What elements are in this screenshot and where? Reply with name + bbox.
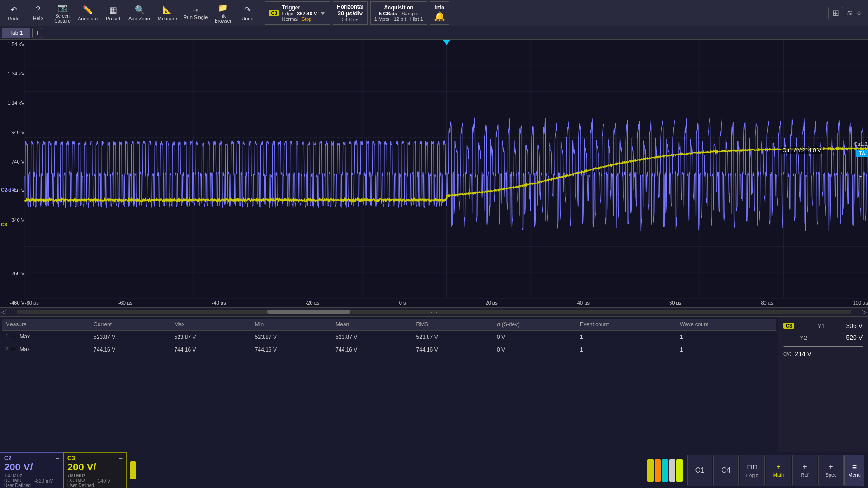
undo-icon: ↷ bbox=[244, 5, 251, 15]
swatch-gray bbox=[669, 459, 675, 482]
math-plus-icon: + bbox=[776, 463, 780, 471]
color-swatches bbox=[130, 452, 136, 488]
divider bbox=[262, 4, 262, 22]
scroll-thumb[interactable] bbox=[267, 310, 351, 314]
acquisition-section[interactable]: Acquisition 5 GSa/s Sample 1 Mpts 12 bit… bbox=[370, 1, 427, 25]
help-button[interactable]: ? Help bbox=[26, 1, 50, 25]
spec-plus-icon: + bbox=[829, 463, 833, 471]
horizontal-section[interactable]: Horizontal 20 µs/div 34.8 ns bbox=[333, 1, 368, 25]
math-button[interactable]: + Math bbox=[766, 455, 791, 486]
redo-button[interactable]: ↶ Redo bbox=[2, 1, 25, 25]
c4-icon: C4 bbox=[722, 466, 731, 474]
cu1-2-label: Cu1.2 bbox=[854, 141, 867, 147]
c2-minimize-button[interactable]: − bbox=[56, 455, 59, 462]
col-wave-count: Wave count bbox=[676, 319, 776, 331]
table-row: 1 C3 Max 523.87 V 523.87 V 523.87 V 523.… bbox=[2, 331, 776, 343]
c2-probe: User-Defined bbox=[4, 483, 31, 488]
preset-icon: ▦ bbox=[109, 5, 117, 15]
waveform-display[interactable]: 1.54 kV 1.34 kV 1.14 kV 940 V 740 V 540 … bbox=[0, 40, 868, 307]
brand-icon: ⟐ bbox=[856, 8, 862, 18]
c1-icon: C1 bbox=[695, 466, 704, 474]
c2-channel-box[interactable]: · · · · − C2 200 V/ 100 MHz DC 1MΩ User-… bbox=[0, 452, 63, 488]
ref-plus-icon: + bbox=[802, 463, 807, 471]
run-single-icon: ⇥ bbox=[193, 6, 198, 14]
c3-volts: 200 V/ bbox=[67, 461, 123, 473]
col-current: Current bbox=[90, 319, 170, 331]
table-header-row: Measure Current Max Min Mean RMS σ (S-de… bbox=[2, 319, 776, 331]
tab-1[interactable]: Tab 1 bbox=[2, 28, 30, 38]
logic-icon: ⊓⊓ bbox=[747, 463, 758, 471]
c2-freq: 100 MHz bbox=[4, 473, 31, 478]
trigger-title: Trigger bbox=[282, 5, 317, 11]
col-min: Min bbox=[251, 319, 332, 331]
c3-channel-label: C3 bbox=[1, 222, 7, 227]
c3-coupling: DC 1MΩ bbox=[67, 478, 94, 483]
ta-badge: TA bbox=[856, 150, 868, 157]
file-browser-button[interactable]: 📁 FileBrowser bbox=[211, 1, 235, 25]
measurement-area: Measure Current Max Min Mean RMS σ (S-de… bbox=[0, 316, 868, 452]
trigger-dropdown-icon[interactable]: ▼ bbox=[320, 9, 326, 17]
oscilloscope-container: Tab 1 + 1.54 kV 1.34 kV 1.14 kV 940 V 74… bbox=[0, 26, 868, 488]
trigger-channel-badge: C3 bbox=[269, 10, 279, 16]
c2-channel-label: C2◁ V bbox=[1, 187, 15, 192]
help-icon: ? bbox=[36, 5, 40, 14]
scroll-dots: · · · · · bbox=[428, 310, 439, 315]
annotate-button[interactable]: ✏️ Annotate bbox=[75, 1, 100, 25]
col-sdev: σ (S-dev) bbox=[493, 319, 576, 331]
camera-icon: 📷 bbox=[57, 3, 67, 13]
waveform-settings-icon[interactable]: ≋ bbox=[847, 9, 853, 17]
measure-icon: 📐 bbox=[162, 5, 172, 15]
c3-minimize-button[interactable]: − bbox=[119, 455, 123, 462]
c1-button[interactable]: C1 bbox=[687, 455, 712, 486]
add-tab-button[interactable]: + bbox=[32, 28, 42, 38]
measure-table-container: Measure Current Max Min Mean RMS σ (S-de… bbox=[0, 317, 778, 452]
trigger-section[interactable]: C3 Trigger Edge 367.46 V Normal Stop ▼ bbox=[265, 1, 330, 25]
logic-button[interactable]: ⊓⊓ Logic bbox=[740, 455, 765, 486]
spec-button[interactable]: + Spec bbox=[818, 455, 844, 486]
c2-volts: 200 V/ bbox=[4, 461, 59, 473]
ref-button[interactable]: + Ref bbox=[792, 455, 817, 486]
measure-button[interactable]: 📐 Measure bbox=[155, 1, 180, 25]
scroll-area[interactable]: ◁ · · · · · ▷ bbox=[0, 307, 868, 316]
notification-icon: 🔔 bbox=[434, 11, 445, 22]
scroll-right-button[interactable]: ▷ bbox=[860, 308, 868, 316]
cursor-panel: C3 Y1 306 V Y2 520 V dy: 214 V bbox=[778, 317, 868, 452]
trigger-marker bbox=[443, 40, 450, 45]
preset-button[interactable]: ▦ Preset bbox=[101, 1, 125, 25]
c2-offset: -820 mV bbox=[34, 478, 53, 483]
up-arrow-marker: ↑ bbox=[859, 174, 863, 182]
cursor-dy-row: dy: 214 V bbox=[783, 350, 863, 357]
c3-channel-box[interactable]: · · · · − C3 200 V/ 700 MHz DC 1MΩ User-… bbox=[63, 452, 127, 488]
col-mean: Mean bbox=[332, 319, 412, 331]
undo-button[interactable]: ↷ Undo bbox=[236, 1, 259, 25]
cursor-channel-indicator: C3 bbox=[783, 323, 794, 329]
hamburger-icon: ≡ bbox=[852, 463, 857, 472]
channel-controls: · · · · − C2 200 V/ 100 MHz DC 1MΩ User-… bbox=[0, 452, 868, 488]
c3-probe: User-Defined bbox=[67, 483, 94, 488]
c4-button[interactable]: C4 bbox=[713, 455, 739, 486]
col-event-count: Event count bbox=[576, 319, 676, 331]
scroll-bar[interactable]: · · · · · bbox=[17, 310, 851, 314]
swatch-yellow bbox=[130, 461, 136, 479]
c3-offset: 140 V bbox=[98, 478, 111, 483]
toolbar: ↶ Redo ? Help 📷 ScreenCapture ✏️ Annotat… bbox=[0, 0, 868, 26]
swatch-lime bbox=[676, 459, 683, 482]
cursor-annotation: Cu1 ΔY:214.0 V bbox=[781, 147, 823, 154]
waveform-svg bbox=[0, 40, 868, 307]
screen-capture-button[interactable]: 📷 ScreenCapture bbox=[51, 1, 74, 25]
pencil-icon: ✏️ bbox=[83, 5, 93, 15]
c2-coupling: DC 1MΩ bbox=[4, 478, 31, 483]
cursor-y2-row: Y2 520 V bbox=[783, 334, 863, 341]
scroll-left-button[interactable]: ◁ bbox=[0, 308, 8, 316]
run-single-button[interactable]: ⇥ Run Single bbox=[181, 1, 211, 25]
swatch-orange bbox=[655, 459, 661, 482]
info-section[interactable]: Info 🔔 bbox=[430, 1, 449, 25]
measure-table: Measure Current Max Min Mean RMS σ (S-de… bbox=[2, 319, 776, 356]
c3-freq: 700 MHz bbox=[67, 473, 94, 478]
menu-button[interactable]: ≡ Menu bbox=[844, 455, 864, 486]
swatch-c3-yellow bbox=[647, 459, 654, 482]
grid-settings-icon[interactable]: ⊞ bbox=[828, 7, 843, 19]
channel-swatches bbox=[647, 459, 683, 482]
file-icon: 📁 bbox=[218, 3, 228, 13]
add-zoom-button[interactable]: 🔍 Add Zoom bbox=[126, 1, 154, 25]
